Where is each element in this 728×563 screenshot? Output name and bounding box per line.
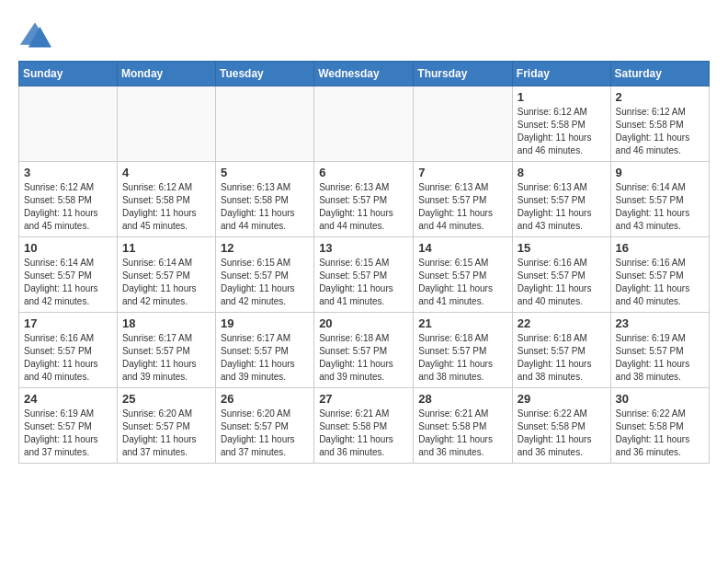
day-number: 15 xyxy=(518,241,606,255)
calendar-week-row: 1Sunrise: 6:12 AMSunset: 5:58 PMDaylight… xyxy=(19,86,710,162)
logo-icon xyxy=(18,18,51,52)
weekday-header: Friday xyxy=(512,62,610,86)
day-info: Sunrise: 6:13 AMSunset: 5:57 PMDaylight:… xyxy=(518,181,606,233)
day-info: Sunrise: 6:12 AMSunset: 5:58 PMDaylight:… xyxy=(518,106,606,157)
calendar-cell: 19Sunrise: 6:17 AMSunset: 5:57 PMDayligh… xyxy=(215,313,313,388)
calendar-body: 1Sunrise: 6:12 AMSunset: 5:58 PMDaylight… xyxy=(19,86,710,464)
logo xyxy=(18,18,57,52)
day-info: Sunrise: 6:17 AMSunset: 5:57 PMDaylight:… xyxy=(122,332,210,384)
day-info: Sunrise: 6:20 AMSunset: 5:57 PMDaylight:… xyxy=(122,408,210,459)
day-number: 10 xyxy=(24,241,112,255)
calendar-cell: 30Sunrise: 6:22 AMSunset: 5:58 PMDayligh… xyxy=(610,388,709,464)
day-number: 8 xyxy=(518,166,606,179)
day-number: 13 xyxy=(319,241,408,255)
day-number: 4 xyxy=(122,166,210,179)
weekday-header: Wednesday xyxy=(314,62,414,86)
calendar-cell: 13Sunrise: 6:15 AMSunset: 5:57 PMDayligh… xyxy=(314,237,414,313)
day-info: Sunrise: 6:13 AMSunset: 5:57 PMDaylight:… xyxy=(418,181,507,233)
calendar-cell: 1Sunrise: 6:12 AMSunset: 5:58 PMDaylight… xyxy=(512,86,610,162)
day-info: Sunrise: 6:20 AMSunset: 5:57 PMDaylight:… xyxy=(221,408,309,459)
calendar-cell xyxy=(117,86,215,162)
calendar-cell: 17Sunrise: 6:16 AMSunset: 5:57 PMDayligh… xyxy=(19,313,118,388)
calendar-cell: 24Sunrise: 6:19 AMSunset: 5:57 PMDayligh… xyxy=(19,388,118,464)
day-number: 2 xyxy=(616,90,704,104)
calendar-cell: 12Sunrise: 6:15 AMSunset: 5:57 PMDayligh… xyxy=(215,237,313,313)
day-number: 19 xyxy=(221,316,309,330)
weekday-header: Tuesday xyxy=(215,62,313,86)
day-info: Sunrise: 6:18 AMSunset: 5:57 PMDaylight:… xyxy=(418,332,507,384)
day-info: Sunrise: 6:14 AMSunset: 5:57 PMDaylight:… xyxy=(616,181,704,233)
day-info: Sunrise: 6:17 AMSunset: 5:57 PMDaylight:… xyxy=(221,332,309,384)
calendar-table: SundayMondayTuesdayWednesdayThursdayFrid… xyxy=(18,61,710,464)
calendar-week-row: 3Sunrise: 6:12 AMSunset: 5:58 PMDaylight… xyxy=(19,162,710,237)
calendar-cell: 16Sunrise: 6:16 AMSunset: 5:57 PMDayligh… xyxy=(610,237,709,313)
day-number: 22 xyxy=(518,316,606,330)
calendar-cell: 14Sunrise: 6:15 AMSunset: 5:57 PMDayligh… xyxy=(414,237,513,313)
day-info: Sunrise: 6:19 AMSunset: 5:57 PMDaylight:… xyxy=(616,332,704,384)
day-number: 28 xyxy=(418,392,507,406)
day-number: 5 xyxy=(221,166,309,179)
calendar-cell xyxy=(414,86,513,162)
day-number: 9 xyxy=(616,166,704,179)
calendar-cell: 18Sunrise: 6:17 AMSunset: 5:57 PMDayligh… xyxy=(117,313,215,388)
day-info: Sunrise: 6:18 AMSunset: 5:57 PMDaylight:… xyxy=(518,332,606,384)
day-number: 21 xyxy=(418,316,507,330)
calendar-cell: 21Sunrise: 6:18 AMSunset: 5:57 PMDayligh… xyxy=(414,313,513,388)
day-info: Sunrise: 6:16 AMSunset: 5:57 PMDaylight:… xyxy=(518,257,606,308)
calendar-cell: 26Sunrise: 6:20 AMSunset: 5:57 PMDayligh… xyxy=(215,388,313,464)
calendar-cell: 25Sunrise: 6:20 AMSunset: 5:57 PMDayligh… xyxy=(117,388,215,464)
day-number: 26 xyxy=(221,392,309,406)
day-number: 14 xyxy=(418,241,507,255)
calendar-cell: 6Sunrise: 6:13 AMSunset: 5:57 PMDaylight… xyxy=(314,162,414,237)
day-number: 1 xyxy=(518,90,606,104)
day-info: Sunrise: 6:14 AMSunset: 5:57 PMDaylight:… xyxy=(122,257,210,308)
day-number: 30 xyxy=(616,392,704,406)
day-number: 20 xyxy=(319,316,408,330)
weekday-header: Sunday xyxy=(19,62,118,86)
day-info: Sunrise: 6:15 AMSunset: 5:57 PMDaylight:… xyxy=(221,257,309,308)
calendar-cell: 29Sunrise: 6:22 AMSunset: 5:58 PMDayligh… xyxy=(512,388,610,464)
calendar-cell: 23Sunrise: 6:19 AMSunset: 5:57 PMDayligh… xyxy=(610,313,709,388)
day-info: Sunrise: 6:18 AMSunset: 5:57 PMDaylight:… xyxy=(319,332,408,384)
calendar-cell: 7Sunrise: 6:13 AMSunset: 5:57 PMDaylight… xyxy=(414,162,513,237)
calendar-cell: 22Sunrise: 6:18 AMSunset: 5:57 PMDayligh… xyxy=(512,313,610,388)
day-number: 17 xyxy=(24,316,112,330)
calendar-cell: 5Sunrise: 6:13 AMSunset: 5:58 PMDaylight… xyxy=(215,162,313,237)
day-info: Sunrise: 6:19 AMSunset: 5:57 PMDaylight:… xyxy=(24,408,112,459)
calendar-week-row: 17Sunrise: 6:16 AMSunset: 5:57 PMDayligh… xyxy=(19,313,710,388)
day-info: Sunrise: 6:22 AMSunset: 5:58 PMDaylight:… xyxy=(518,408,606,459)
day-info: Sunrise: 6:21 AMSunset: 5:58 PMDaylight:… xyxy=(319,408,408,459)
calendar-cell: 9Sunrise: 6:14 AMSunset: 5:57 PMDaylight… xyxy=(610,162,709,237)
day-info: Sunrise: 6:21 AMSunset: 5:58 PMDaylight:… xyxy=(418,408,507,459)
day-number: 7 xyxy=(418,166,507,179)
calendar-cell: 10Sunrise: 6:14 AMSunset: 5:57 PMDayligh… xyxy=(19,237,118,313)
calendar-cell: 4Sunrise: 6:12 AMSunset: 5:58 PMDaylight… xyxy=(117,162,215,237)
day-number: 27 xyxy=(319,392,408,406)
weekday-header: Saturday xyxy=(610,62,709,86)
calendar-week-row: 24Sunrise: 6:19 AMSunset: 5:57 PMDayligh… xyxy=(19,388,710,464)
day-number: 25 xyxy=(122,392,210,406)
calendar-cell: 27Sunrise: 6:21 AMSunset: 5:58 PMDayligh… xyxy=(314,388,414,464)
day-info: Sunrise: 6:16 AMSunset: 5:57 PMDaylight:… xyxy=(24,332,112,384)
day-number: 3 xyxy=(24,166,112,179)
day-info: Sunrise: 6:15 AMSunset: 5:57 PMDaylight:… xyxy=(418,257,507,308)
day-info: Sunrise: 6:13 AMSunset: 5:58 PMDaylight:… xyxy=(221,181,309,233)
weekday-row: SundayMondayTuesdayWednesdayThursdayFrid… xyxy=(19,62,710,86)
day-number: 6 xyxy=(319,166,408,179)
day-number: 29 xyxy=(518,392,606,406)
weekday-header: Monday xyxy=(117,62,215,86)
day-number: 12 xyxy=(221,241,309,255)
calendar-cell xyxy=(19,86,118,162)
calendar-cell: 8Sunrise: 6:13 AMSunset: 5:57 PMDaylight… xyxy=(512,162,610,237)
day-info: Sunrise: 6:15 AMSunset: 5:57 PMDaylight:… xyxy=(319,257,408,308)
day-info: Sunrise: 6:16 AMSunset: 5:57 PMDaylight:… xyxy=(616,257,704,308)
calendar-cell: 3Sunrise: 6:12 AMSunset: 5:58 PMDaylight… xyxy=(19,162,118,237)
calendar-cell xyxy=(215,86,313,162)
calendar-cell: 11Sunrise: 6:14 AMSunset: 5:57 PMDayligh… xyxy=(117,237,215,313)
weekday-header: Thursday xyxy=(414,62,513,86)
day-info: Sunrise: 6:12 AMSunset: 5:58 PMDaylight:… xyxy=(122,181,210,233)
calendar-cell: 28Sunrise: 6:21 AMSunset: 5:58 PMDayligh… xyxy=(414,388,513,464)
calendar-cell xyxy=(314,86,414,162)
day-number: 16 xyxy=(616,241,704,255)
day-number: 18 xyxy=(122,316,210,330)
